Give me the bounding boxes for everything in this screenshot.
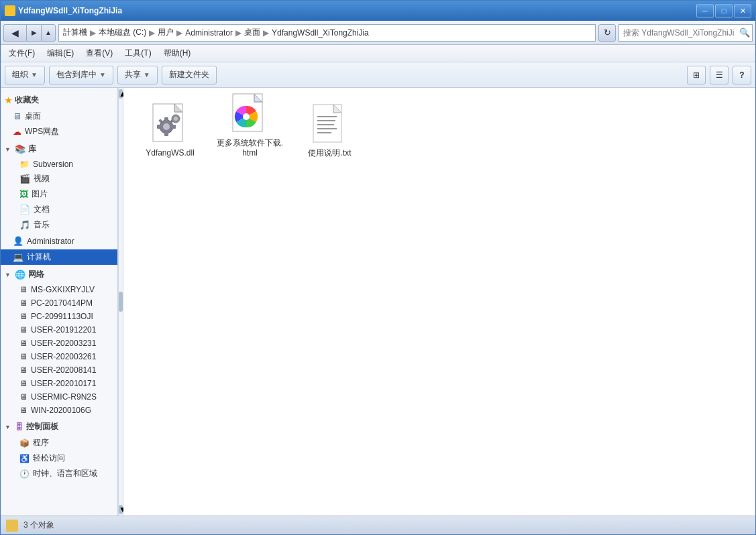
sidebar-item-subversion[interactable]: 📁 Subversion xyxy=(1,158,117,171)
sidebar-item-accessibility[interactable]: ♿ 轻松访问 xyxy=(1,451,117,466)
library-expand-icon: ▼ xyxy=(5,146,11,153)
new-folder-button[interactable]: 新建文件夹 xyxy=(162,66,217,84)
sidebar-item-more[interactable]: 🕐 时钟、语言和区域 xyxy=(1,466,117,481)
file-item-dll[interactable]: YdfangWS.dll xyxy=(131,96,209,163)
path-segment-2: 用户 xyxy=(158,27,174,38)
net-item-icon-6: 🖥 xyxy=(19,365,28,375)
search-input[interactable] xyxy=(619,28,738,38)
admin-label: Administrator xyxy=(27,237,74,246)
library-header[interactable]: ▼ 📚 库 xyxy=(1,141,117,158)
subversion-icon: 📁 xyxy=(19,160,30,169)
menu-file[interactable]: 文件(F) xyxy=(3,46,40,61)
sidebar-item-net-6[interactable]: 🖥 USER-202008141 xyxy=(1,363,117,377)
address-bar: ◀ ▶ ▲ 計算機 ▶ 本地磁盘 (C:) ▶ 用户 ▶ Administrat… xyxy=(1,21,755,45)
network-header[interactable]: ▼ 🌐 网络 xyxy=(1,266,117,283)
scrollbar-thumb[interactable] xyxy=(119,292,123,312)
doc-label: 文档 xyxy=(34,204,50,215)
sidebar-item-desktop[interactable]: 🖥 桌面 xyxy=(1,109,117,124)
file-item-html[interactable]: 更多系统软件下载.html xyxy=(211,96,288,163)
forward-button[interactable]: ▶ xyxy=(26,24,41,42)
file-item-txt[interactable]: 使用说明.txt xyxy=(291,96,368,163)
folder-status-icon xyxy=(7,522,17,530)
sidebar-item-net-2[interactable]: 🖥 PC-20991113OJI xyxy=(1,310,117,323)
include-library-button[interactable]: 包含到库中 ▼ xyxy=(49,66,113,84)
up-button[interactable]: ▲ xyxy=(41,24,56,42)
details-toggle-button[interactable]: ☰ xyxy=(710,66,728,84)
scrollbar-up-arrow[interactable]: ▲ xyxy=(119,89,123,99)
menu-tools[interactable]: 工具(T) xyxy=(119,46,156,61)
sidebar-item-wps[interactable]: ☁ WPS网盘 xyxy=(1,124,117,139)
image-label: 图片 xyxy=(32,188,48,200)
net-item-icon-2: 🖥 xyxy=(19,312,28,321)
address-path[interactable]: 計算機 ▶ 本地磁盘 (C:) ▶ 用户 ▶ Administrator ▶ 桌… xyxy=(58,24,596,42)
admin-icon: 👤 xyxy=(13,236,23,246)
share-button[interactable]: 共享 ▼ xyxy=(117,66,158,84)
library-section: ▼ 📚 库 📁 Subversion 🎬 视频 🖼 图片 📄 xyxy=(1,141,117,233)
maximize-button[interactable]: □ xyxy=(715,4,733,17)
wps-icon: ☁ xyxy=(13,127,21,137)
path-sep-3: ▶ xyxy=(235,28,241,38)
wps-label: WPS网盘 xyxy=(25,126,59,137)
close-button[interactable]: ✕ xyxy=(734,4,751,17)
sidebar-scrollbar[interactable]: ▲ ▼ xyxy=(118,88,123,516)
sidebar-item-net-4[interactable]: 🖥 USER-202003231 xyxy=(1,337,117,350)
search-icon[interactable]: 🔍 xyxy=(738,25,752,41)
sidebar-item-admin[interactable]: 👤 Administrator xyxy=(1,234,117,248)
computer-icon: 💻 xyxy=(13,252,23,262)
scrollbar-down-arrow[interactable]: ▼ xyxy=(119,505,123,514)
title-bar: YdfangWSdll_XiTongZhiJia ─ □ ✕ xyxy=(1,1,755,21)
favorites-header[interactable]: ★ 收藏夹 xyxy=(1,92,117,109)
net-item-label-5: USER-202003261 xyxy=(31,352,96,361)
svg-point-5 xyxy=(163,123,170,130)
menu-view[interactable]: 查看(V) xyxy=(80,46,118,61)
sidebar-item-net-0[interactable]: 🖥 MS-GXKIXRYJLV xyxy=(1,283,117,296)
sidebar-item-doc[interactable]: 📄 文档 xyxy=(1,202,117,217)
desktop-icon: 🖥 xyxy=(13,111,21,121)
title-bar-left: YdfangWSdll_XiTongZhiJia xyxy=(5,5,122,16)
back-button[interactable]: ◀ xyxy=(3,24,26,42)
path-sep-4: ▶ xyxy=(263,28,269,38)
minimize-button[interactable]: ─ xyxy=(696,4,714,17)
menu-help[interactable]: 帮助(H) xyxy=(158,46,197,61)
image-icon: 🖼 xyxy=(19,189,28,199)
sidebar-item-net-8[interactable]: 🖥 USERMIC-R9N2S xyxy=(1,390,117,404)
share-label: 共享 xyxy=(125,69,141,80)
menu-edit[interactable]: 编辑(E) xyxy=(42,46,79,61)
control-panel-header[interactable]: ▼ 🎛 控制面板 xyxy=(1,418,117,435)
sidebar-item-net-7[interactable]: 🖥 USER-202010171 xyxy=(1,377,117,390)
organize-button[interactable]: 组织 ▼ xyxy=(5,66,45,84)
file-area: YdfangWS.dll xyxy=(123,88,755,516)
dll-file-icon xyxy=(149,103,192,145)
net-item-icon-9: 🖥 xyxy=(19,406,28,415)
net-item-label-1: PC-20170414PM xyxy=(31,298,93,308)
organize-dropdown-icon: ▼ xyxy=(31,71,38,78)
path-sep-2: ▶ xyxy=(176,28,182,38)
html-file-icon xyxy=(229,93,272,135)
organize-label: 组织 xyxy=(12,69,28,80)
sidebar-item-net-3[interactable]: 🖥 USER-201912201 xyxy=(1,323,117,337)
svg-rect-30 xyxy=(7,522,11,524)
svg-rect-29 xyxy=(7,524,17,530)
sidebar-item-image[interactable]: 🖼 图片 xyxy=(1,186,117,202)
title-bar-controls: ─ □ ✕ xyxy=(696,4,751,17)
sidebar-item-program[interactable]: 📦 程序 xyxy=(1,435,117,451)
refresh-button[interactable]: ↻ xyxy=(598,24,616,42)
sidebar-item-computer[interactable]: 💻 计算机 xyxy=(1,249,117,265)
search-box: 🔍 xyxy=(618,24,753,42)
sidebar-item-net-9[interactable]: 🖥 WIN-20200106G xyxy=(1,404,117,417)
sidebar-item-net-1[interactable]: 🖥 PC-20170414PM xyxy=(1,296,117,310)
network-expand-icon: ▼ xyxy=(5,272,11,278)
sidebar-item-net-5[interactable]: 🖥 USER-202003261 xyxy=(1,350,117,363)
sidebar-item-video[interactable]: 🎬 视频 xyxy=(1,171,117,186)
net-item-label-8: USERMIC-R9N2S xyxy=(31,392,97,402)
help-toolbar-button[interactable]: ? xyxy=(733,66,751,84)
favorites-section: ★ 收藏夹 🖥 桌面 ☁ WPS网盘 xyxy=(1,92,117,139)
doc-icon: 📄 xyxy=(19,204,30,215)
sidebar-item-music[interactable]: 🎵 音乐 xyxy=(1,217,117,233)
video-label: 视频 xyxy=(34,173,50,184)
view-options-button[interactable]: ⊞ xyxy=(687,66,706,84)
toolbar: 组织 ▼ 包含到库中 ▼ 共享 ▼ 新建文件夹 ⊞ ☰ ? xyxy=(1,62,755,88)
admin-section: 👤 Administrator xyxy=(1,234,117,248)
music-icon: 🎵 xyxy=(19,220,30,230)
video-icon: 🎬 xyxy=(19,174,30,184)
